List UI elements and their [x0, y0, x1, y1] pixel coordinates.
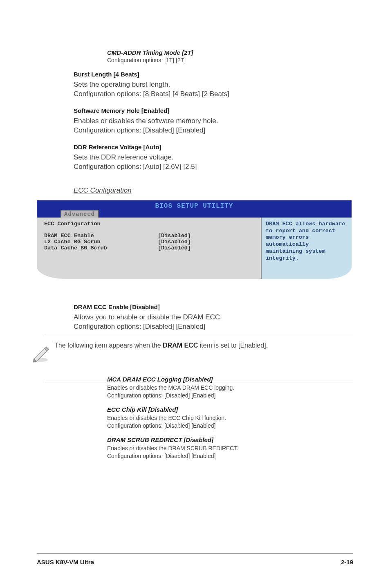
ecc-section-title: ECC Configuration	[74, 186, 353, 195]
bios-titlebar: BIOS SETUP UTILITY Advanced	[37, 200, 352, 218]
swmem-body: Enables or disables the software memory …	[74, 117, 353, 135]
cmd-addr-body: Configuration options: [1T] [2T]	[107, 57, 353, 63]
burst-body: Sets the operating burst length. Configu…	[74, 80, 353, 99]
scrub-line2: Configuration options: [Disabled] [Enabl…	[107, 453, 353, 459]
bios-row-value: [Disabled]	[158, 239, 191, 245]
mca-block: MCA DRAM ECC Logging [Disabled] Enables …	[107, 376, 353, 399]
chipkill-heading: ECC Chip Kill [Disabled]	[107, 406, 353, 413]
ddr-body: Sets the DDR reference voltage. Configur…	[74, 153, 353, 172]
bios-row-value: [Disabled]	[158, 245, 191, 251]
bios-row-label: DRAM ECC Enable	[44, 233, 158, 239]
burst-line2: Configuration options: [8 Beats] [4 Beat…	[74, 90, 229, 98]
chipkill-line2: Configuration options: [Disabled] [Enabl…	[107, 422, 353, 429]
bios-screenshot: BIOS SETUP UTILITY Advanced ECC Configur…	[37, 200, 352, 279]
bios-row-label: L2 Cache BG Scrub	[44, 239, 158, 245]
cmd-addr-heading: CMD-ADDR Timing Mode [2T]	[107, 49, 353, 56]
mca-line1: Enables or disables the MCA DRAM ECC log…	[107, 384, 353, 391]
note-row: The following item appears when the DRAM…	[31, 341, 353, 365]
burst-line1: Sets the operating burst length.	[74, 81, 170, 88]
footer-right: 2-19	[341, 559, 353, 566]
ddr-heading: DDR Reference Voltage [Auto]	[74, 144, 353, 150]
bios-panel-title: ECC Configuration	[44, 221, 253, 227]
bios-help-panel: DRAM ECC allows hardware to report and c…	[262, 218, 352, 279]
note-pre: The following item appears when the	[54, 342, 163, 349]
dram-ecc-line1: Allows you to enable or disable the DRAM…	[74, 313, 222, 321]
scrub-block: DRAM SCRUB REDIRECT [Disabled] Enables o…	[107, 436, 353, 459]
chipkill-block: ECC Chip Kill [Disabled] Enables or disa…	[107, 406, 353, 429]
pencil-icon	[31, 343, 54, 365]
bios-row: DRAM ECC Enable [Disabled]	[44, 233, 253, 239]
mca-line2: Configuration options: [Disabled] [Enabl…	[107, 392, 353, 399]
bios-body: ECC Configuration DRAM ECC Enable [Disab…	[37, 218, 352, 279]
swmem-heading: Software Memory Hole [Enabled]	[74, 107, 353, 114]
footer-left: ASUS K8V-VM Ultra	[37, 559, 94, 566]
bios-title: BIOS SETUP UTILITY	[155, 202, 233, 210]
bios-row: Data Cache BG Scrub [Disabled]	[44, 245, 253, 251]
chipkill-line1: Enables or disables the ECC Chip Kill fu…	[107, 415, 353, 421]
dram-ecc-line2: Configuration options: [Disabled] [Enabl…	[74, 323, 205, 330]
swmem-line1: Enables or disables the software memory …	[74, 117, 218, 125]
swmem-line2: Configuration options: [Disabled] [Enabl…	[74, 126, 205, 134]
dram-ecc-body: Allows you to enable or disable the DRAM…	[74, 313, 353, 332]
scrub-heading: DRAM SCRUB REDIRECT [Disabled]	[107, 436, 353, 443]
page-footer: ASUS K8V-VM Ultra 2-19	[37, 553, 353, 566]
note-bold: DRAM ECC	[163, 342, 198, 349]
bios-row: L2 Cache BG Scrub [Disabled]	[44, 239, 253, 245]
bios-row-value: [Disabled]	[158, 233, 191, 239]
ddr-line1: Sets the DDR reference voltage.	[74, 153, 174, 161]
burst-heading: Burst Length [4 Beats]	[74, 71, 353, 78]
note-post: item is set to [Enabled].	[198, 342, 268, 349]
mca-heading: MCA DRAM ECC Logging [Disabled]	[107, 376, 353, 383]
bios-tab-advanced: Advanced	[61, 210, 99, 218]
scrub-line1: Enables or disables the DRAM SCRUB REDIR…	[107, 445, 353, 451]
divider	[45, 336, 353, 336]
note-text: The following item appears when the DRAM…	[54, 341, 268, 349]
bios-row-label: Data Cache BG Scrub	[44, 245, 158, 251]
dram-ecc-heading: DRAM ECC Enable [Disabled]	[74, 303, 353, 310]
ddr-line2: Configuration options: [Auto] [2.6V] [2.…	[74, 163, 197, 171]
bios-left-panel: ECC Configuration DRAM ECC Enable [Disab…	[37, 218, 262, 279]
